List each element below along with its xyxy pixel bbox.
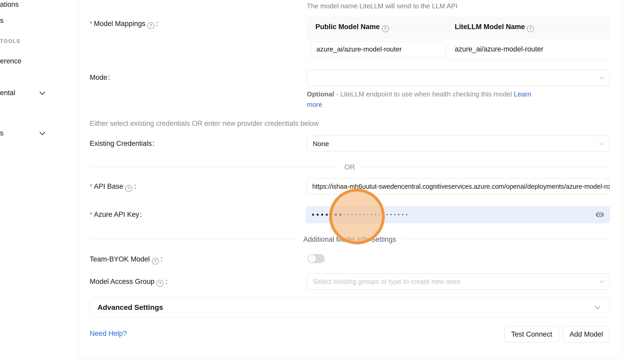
chevron-down-icon	[599, 140, 604, 145]
model-access-group-label: Model Access Group?:	[90, 278, 167, 287]
advanced-settings-title: Advanced Settings	[97, 303, 163, 312]
mode-help-line1: Optional - LiteLLM endpoint to use when …	[307, 90, 531, 98]
help-icon[interactable]: ?	[125, 185, 132, 192]
model-mappings-label: *Model Mappings?:	[90, 20, 158, 29]
need-help-link[interactable]: Need Help?	[90, 330, 127, 338]
sidebar-item-s1[interactable]: s	[0, 17, 4, 25]
help-icon[interactable]: ?	[382, 25, 389, 32]
advanced-settings-panel[interactable]: Advanced Settings	[90, 297, 610, 318]
team-byok-toggle[interactable]	[308, 254, 325, 263]
sidebar-item-ations[interactable]: ations	[0, 1, 19, 9]
litellm-model-name-header: LiteLLM Model Name?	[450, 23, 535, 32]
test-connect-button[interactable]: Test Connect	[504, 326, 559, 342]
required-asterisk: *	[90, 211, 92, 218]
help-icon[interactable]: ?	[152, 258, 159, 265]
sidebar-divider	[79, 0, 79, 360]
sidebar-item-s2[interactable]: s	[0, 129, 4, 137]
help-icon[interactable]: ?	[157, 280, 164, 287]
add-model-page: ations s TOOLS erence ental s The model …	[0, 0, 644, 360]
litellm-model-name-value: azure_ai/azure-model-router	[446, 45, 543, 53]
sidebar-item-erence[interactable]: erence	[0, 57, 22, 65]
learn-more-link[interactable]: Learn	[514, 90, 531, 98]
add-model-button[interactable]: Add Model	[563, 326, 610, 342]
azure-api-key-label: *Azure API Key:	[90, 211, 142, 219]
or-divider-text: OR	[344, 163, 355, 171]
mode-label: Mode:	[90, 74, 110, 82]
cursor-highlight-circle	[329, 189, 385, 244]
toggle-knob	[308, 255, 316, 263]
public-model-name-header: Public Model Name?	[307, 23, 449, 32]
model-mappings-table: Public Model Name? LiteLLM Model Name? a…	[307, 16, 610, 60]
model-mappings-row: azure_ai/azure-model-router azure_ai/azu…	[307, 39, 610, 60]
model-mappings-header: Public Model Name? LiteLLM Model Name?	[307, 16, 610, 39]
divider-line	[360, 167, 610, 167]
chevron-down-icon	[595, 303, 601, 309]
sidebar-item-ental[interactable]: ental	[0, 89, 15, 97]
eye-icon[interactable]	[595, 211, 604, 219]
divider-line	[401, 239, 610, 240]
learn-more-link[interactable]: more	[307, 101, 322, 108]
sidebar-section-tools: TOOLS	[0, 38, 21, 44]
divider-line	[90, 239, 298, 240]
required-asterisk: *	[90, 20, 92, 28]
help-icon[interactable]: ?	[147, 22, 154, 29]
or-divider: OR	[90, 163, 610, 171]
card-right-border	[622, 0, 622, 359]
mode-help-line2: more	[307, 101, 322, 109]
help-icon[interactable]: ?	[527, 25, 534, 32]
chevron-down-icon[interactable]	[40, 129, 45, 135]
public-model-name-input[interactable]: azure_ai/azure-model-router	[311, 41, 446, 57]
model-name-hint: The model name LiteLLM will send to the …	[307, 2, 458, 10]
chevron-down-icon[interactable]	[40, 89, 45, 95]
existing-credentials-select[interactable]: None	[307, 136, 610, 152]
model-access-group-select[interactable]: Select existing groups or type to create…	[307, 273, 610, 290]
model-access-group-placeholder: Select existing groups or type to create…	[313, 278, 460, 286]
mode-select[interactable]	[307, 70, 610, 86]
team-byok-label: Team-BYOK Model?:	[90, 255, 163, 265]
api-base-label: *API Base?:	[90, 182, 136, 192]
chevron-down-icon	[599, 278, 604, 283]
existing-credentials-label: Existing Credentials:	[90, 140, 154, 148]
chevron-down-icon	[599, 74, 604, 79]
card-bottom-border	[79, 359, 622, 359]
credentials-hint: Either select existing credentials OR en…	[90, 120, 319, 128]
divider-line	[90, 167, 340, 167]
required-asterisk: *	[90, 182, 92, 190]
existing-credentials-value: None	[313, 140, 329, 148]
